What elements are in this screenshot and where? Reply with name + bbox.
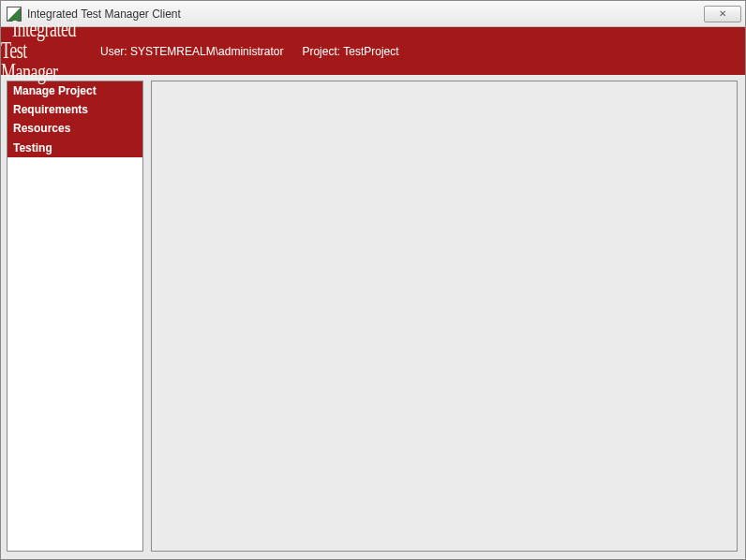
project-label: Project:	[302, 45, 340, 58]
sidebar-menu: Manage Project Requirements Resources Te…	[7, 81, 142, 157]
sidebar-item-requirements[interactable]: Requirements	[7, 100, 142, 119]
window-title: Integrated Test Manager Client	[27, 7, 704, 21]
project-value: TestProject	[343, 45, 398, 58]
sidebar-item-testing[interactable]: Testing	[7, 139, 142, 157]
sidebar-item-label: Testing	[13, 141, 52, 155]
close-icon: ✕	[719, 8, 726, 19]
logo-line2: Test Manager	[1, 40, 87, 83]
user-info: User: SYSTEMREALM\administrator	[100, 45, 283, 58]
sidebar-item-label: Requirements	[13, 103, 88, 116]
app-logo: Integrated Test Manager	[1, 19, 87, 83]
user-value: SYSTEMREALM\administrator	[130, 45, 283, 58]
content-area: Manage Project Requirements Resources Te…	[1, 75, 745, 559]
main-panel	[151, 81, 738, 552]
project-info: Project: TestProject	[302, 45, 398, 58]
header-info: User: SYSTEMREALM\administrator Project:…	[100, 45, 399, 58]
app-window: Integrated Test Manager Client ✕ Integra…	[0, 0, 746, 560]
sidebar: Manage Project Requirements Resources Te…	[7, 81, 143, 552]
sidebar-item-label: Manage Project	[13, 84, 97, 97]
sidebar-item-resources[interactable]: Resources	[7, 119, 142, 138]
sidebar-item-label: Resources	[13, 122, 70, 135]
close-button[interactable]: ✕	[704, 6, 741, 22]
user-label: User:	[100, 45, 127, 58]
header-bar: Integrated Test Manager User: SYSTEMREAL…	[1, 27, 745, 75]
titlebar: Integrated Test Manager Client ✕	[1, 1, 745, 27]
